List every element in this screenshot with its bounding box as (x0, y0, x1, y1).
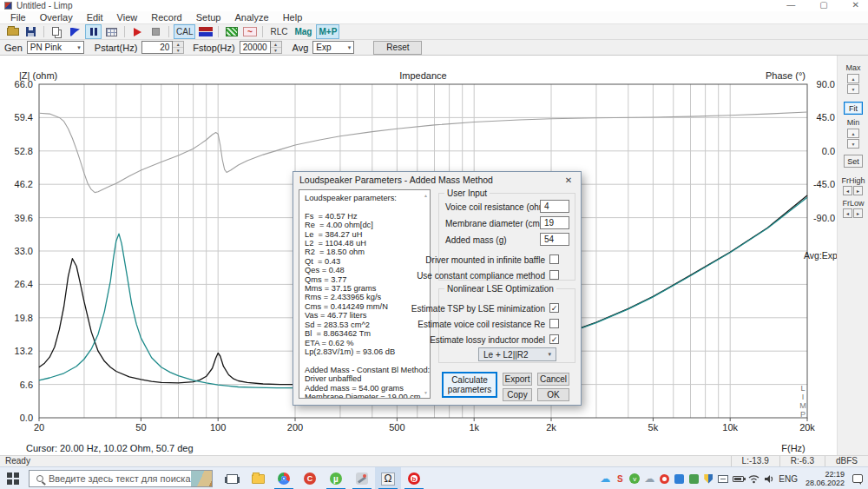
reset-button[interactable]: Reset (373, 41, 422, 55)
file-explorer-icon[interactable] (245, 467, 271, 489)
paint-app-icon[interactable] (349, 467, 375, 489)
messenger-icon[interactable]: v (629, 472, 640, 486)
fstop-stepper[interactable]: 20000 ▲▼ (240, 41, 282, 54)
notifications-icon[interactable] (852, 472, 863, 486)
calibrate-button[interactable]: CAL (174, 24, 195, 39)
menu-item-analyze[interactable]: Analyze (227, 11, 275, 23)
signal-monitor-button[interactable]: ~ (241, 24, 258, 39)
generator-type-select[interactable]: PN Pink▾ (27, 41, 84, 54)
browser-b-icon[interactable]: b (401, 467, 427, 489)
copy-button[interactable] (49, 24, 65, 39)
calculate-parameters-button[interactable]: Calculate parameters (442, 372, 497, 398)
arrow-right-icon[interactable]: ▸ (853, 186, 863, 195)
spinner-down-icon[interactable]: ▼ (271, 48, 281, 53)
rlc-button[interactable]: RLC (267, 24, 290, 39)
task-view-glyph (227, 474, 238, 484)
z-axis-tick: 59.4 (0, 112, 33, 122)
overlay-button[interactable] (67, 24, 83, 39)
opera-icon[interactable] (659, 472, 669, 486)
pstart-input[interactable]: 20 (141, 41, 173, 54)
table-view-button[interactable] (103, 24, 120, 39)
start-button[interactable] (7, 472, 19, 485)
spinner-up-icon[interactable]: ▲ (271, 42, 281, 48)
record-button[interactable] (129, 24, 146, 39)
app-s-icon[interactable]: S (615, 472, 625, 486)
magnitude-view-button[interactable]: Mag (292, 24, 314, 39)
battery-icon[interactable] (733, 472, 744, 486)
onedrive-icon[interactable]: ☁ (600, 472, 610, 486)
copy-button[interactable]: Copy (503, 388, 532, 401)
estimate-inductor-checkbox[interactable] (549, 334, 559, 344)
blue-app-icon[interactable] (674, 472, 684, 486)
voice-coil-resistance-input[interactable]: 4 (540, 200, 569, 213)
network-icon[interactable] (748, 472, 760, 486)
chart-title: Impedance (39, 70, 807, 81)
display-settings-icon[interactable] (718, 472, 728, 486)
clock[interactable]: 22:1928.06.2022 (802, 472, 848, 486)
ok-button[interactable]: OK (537, 388, 569, 401)
generator-setup-button[interactable] (197, 24, 214, 39)
inductor-model-select[interactable]: Le + L2||R2▾ (478, 347, 556, 361)
infinite-baffle-checkbox[interactable] (549, 254, 559, 264)
frlow-stepper[interactable]: ◂▸ (843, 208, 863, 218)
menu-item-view[interactable]: View (110, 11, 145, 23)
export-button[interactable]: Export (503, 373, 532, 386)
defender-icon[interactable] (703, 472, 713, 486)
scroll-up-icon[interactable]: ▲ (424, 193, 428, 198)
fstop-input[interactable]: 20000 (240, 41, 271, 54)
set-button[interactable]: Set (844, 155, 863, 168)
volume-icon[interactable] (764, 472, 774, 486)
z-axis-tick: 13.2 (0, 346, 33, 356)
arrow-left-icon[interactable]: ◂ (843, 208, 852, 218)
pstart-spinner[interactable]: ▲▼ (173, 41, 184, 54)
measurement-config-button[interactable] (223, 24, 240, 39)
min-up-button[interactable]: ▲ (847, 129, 859, 138)
cloud-sync-icon[interactable]: ☁ (644, 472, 654, 486)
estimate-tsp-checkbox[interactable] (549, 303, 559, 313)
close-button[interactable]: ✕ (852, 0, 859, 10)
open-button[interactable] (4, 24, 21, 39)
max-up-button[interactable]: ▲ (847, 74, 859, 83)
scroll-down-icon[interactable]: ▼ (424, 390, 428, 395)
estimate-re-checkbox[interactable] (549, 319, 559, 328)
menu-item-setup[interactable]: Setup (189, 11, 228, 23)
arrow-left-icon[interactable]: ◂ (843, 186, 852, 195)
menu-item-overlay[interactable]: Overlay (33, 11, 80, 23)
max-down-button[interactable]: ▼ (847, 84, 859, 94)
magnitude-phase-view-button[interactable]: M+P (316, 24, 339, 39)
minimize-button[interactable]: — (786, 0, 795, 10)
mag-label: Mag (293, 25, 313, 38)
stop-button[interactable] (148, 24, 164, 39)
chrome-icon[interactable] (271, 467, 297, 489)
watermark-letter: M (799, 401, 807, 410)
save-button[interactable] (23, 24, 39, 39)
min-down-button[interactable]: ▼ (847, 139, 859, 149)
photos-app-icon[interactable] (688, 472, 699, 486)
pstart-stepper[interactable]: 20 ▲▼ (141, 41, 184, 54)
limp-app-icon[interactable]: Ω (375, 467, 401, 489)
dialog-close-button[interactable]: ✕ (556, 172, 581, 188)
language-indicator[interactable]: ENG (779, 472, 798, 486)
constant-compliance-checkbox[interactable] (549, 270, 559, 280)
maximize-button[interactable]: ▢ (819, 0, 827, 10)
fit-button[interactable]: Fit (844, 102, 863, 115)
menu-item-edit[interactable]: Edit (80, 11, 110, 23)
membrane-diameter-input[interactable]: 19 (540, 216, 569, 229)
spinner-up-icon[interactable]: ▲ (173, 42, 183, 48)
menu-item-file[interactable]: File (3, 11, 33, 23)
frhigh-stepper[interactable]: ◂▸ (843, 186, 863, 195)
cancel-button[interactable]: Cancel (537, 373, 569, 386)
taskbar-search[interactable]: Введите здесь текст для поиска (29, 470, 213, 487)
avg-select[interactable]: Exp▾ (312, 41, 354, 54)
utorrent-icon[interactable]: µ (323, 467, 349, 489)
fstop-spinner[interactable]: ▲▼ (271, 41, 282, 54)
parameters-listbox[interactable]: Loudspeaker parameters: Fs = 40.57 HzRe … (299, 189, 431, 399)
menu-item-record[interactable]: Record (144, 11, 188, 23)
ccleaner-icon[interactable]: C (297, 467, 323, 489)
added-mass-input[interactable]: 54 (540, 233, 569, 246)
task-view-icon[interactable] (219, 467, 245, 489)
menu-item-help[interactable]: Help (276, 11, 310, 23)
pause-view-button[interactable] (85, 24, 102, 39)
arrow-right-icon[interactable]: ▸ (853, 208, 863, 218)
spinner-down-icon[interactable]: ▼ (173, 48, 183, 53)
